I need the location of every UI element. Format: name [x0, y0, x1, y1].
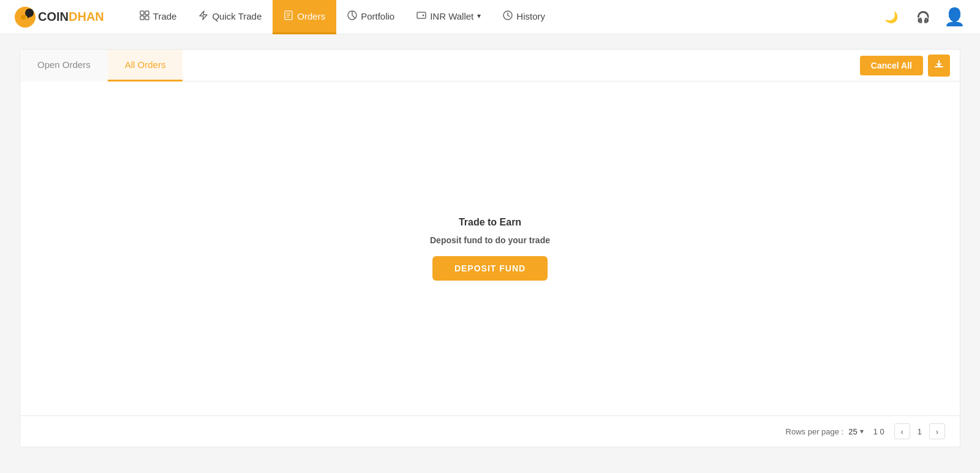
nav-quick-trade-label: Quick Trade: [212, 11, 262, 21]
download-icon: [934, 59, 944, 72]
main-nav: Trade Quick Trade Orders Portfolio INR W…: [129, 0, 880, 34]
svg-rect-5: [145, 11, 149, 15]
next-page-button[interactable]: ›: [929, 423, 945, 439]
headset-icon: 🎧: [916, 10, 930, 24]
empty-title: Trade to Earn: [459, 217, 521, 228]
logo-text-coin: COIN: [38, 10, 69, 24]
chevron-right-icon: ›: [936, 427, 938, 436]
orders-icon: [284, 10, 293, 22]
dark-mode-icon: 🌙: [884, 10, 898, 24]
prev-page-button[interactable]: ‹: [894, 423, 910, 439]
nav-item-trade[interactable]: Trade: [129, 0, 188, 34]
svg-point-14: [423, 14, 424, 16]
empty-subtitle: Deposit fund to do your trade: [430, 235, 550, 245]
logo-text-dhan: DHAN: [69, 10, 104, 24]
deposit-fund-button[interactable]: DEPOSIT FUND: [432, 256, 548, 281]
portfolio-icon: [347, 10, 357, 22]
history-icon: [503, 10, 513, 22]
nav-right: 🌙 🎧 👤: [880, 6, 965, 28]
orders-container: Open Orders All Orders Cancel All Trade …: [20, 49, 960, 447]
nav-item-orders[interactable]: Orders: [273, 0, 336, 34]
nav-item-history[interactable]: History: [492, 0, 556, 34]
rows-select-chevron-icon: ▾: [860, 427, 864, 436]
chevron-left-icon: ‹: [901, 427, 903, 436]
dark-mode-button[interactable]: 🌙: [880, 6, 902, 28]
main-content: Open Orders All Orders Cancel All Trade …: [0, 34, 980, 462]
logo[interactable]: COINDHAN: [15, 7, 104, 28]
user-avatar-icon[interactable]: 👤: [944, 7, 965, 27]
item-count: 1 0: [873, 427, 884, 436]
nav-trade-label: Trade: [153, 11, 177, 21]
rows-per-page-label: Rows per page :: [786, 427, 844, 436]
svg-rect-4: [140, 11, 144, 15]
svg-point-3: [21, 15, 26, 20]
nav-item-portfolio[interactable]: Portfolio: [336, 0, 405, 34]
inr-wallet-chevron-icon: ▾: [477, 12, 481, 20]
inr-wallet-icon: [417, 10, 426, 22]
tabs-actions: Cancel All: [860, 55, 960, 77]
svg-rect-13: [417, 12, 426, 18]
nav-portfolio-label: Portfolio: [361, 11, 394, 21]
pagination-row: Rows per page : 25 ▾ 1 0 ‹ 1 ›: [20, 415, 960, 447]
nav-history-label: History: [516, 11, 545, 21]
rows-per-page-value: 25: [848, 427, 857, 436]
rows-per-page-select[interactable]: 25 ▾: [848, 427, 863, 436]
current-page: 1: [915, 427, 924, 436]
nav-item-quick-trade[interactable]: Quick Trade: [187, 0, 273, 34]
empty-state: Trade to Earn Deposit fund to do your tr…: [20, 81, 960, 415]
tab-open-orders[interactable]: Open Orders: [20, 50, 108, 81]
cancel-all-button[interactable]: Cancel All: [860, 56, 923, 75]
tabs-row: Open Orders All Orders Cancel All: [20, 50, 960, 81]
nav-inr-wallet-label: INR Wallet: [430, 11, 473, 21]
header: COINDHAN Trade Quick Trade Orders Portfo…: [0, 0, 980, 34]
quick-trade-icon: [198, 10, 208, 22]
svg-rect-6: [140, 16, 144, 20]
nav-item-inr-wallet[interactable]: INR Wallet ▾: [405, 0, 492, 34]
logo-icon: [15, 7, 36, 28]
svg-rect-7: [145, 16, 149, 20]
support-button[interactable]: 🎧: [912, 6, 934, 28]
download-button[interactable]: [928, 55, 950, 77]
nav-orders-label: Orders: [297, 11, 325, 21]
tab-all-orders[interactable]: All Orders: [108, 50, 183, 81]
trade-icon: [140, 10, 149, 22]
